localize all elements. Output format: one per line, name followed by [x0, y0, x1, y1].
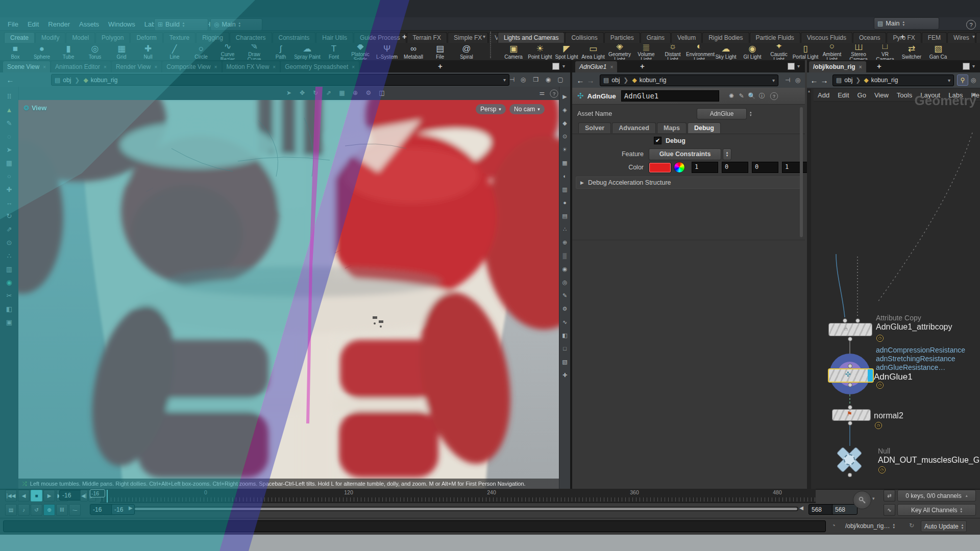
- radial-menu-selector[interactable]: ◎ Main ▴▾: [210, 18, 262, 31]
- pane-tab[interactable]: Scene View×: [3, 61, 50, 72]
- shelf-tab[interactable]: Grains: [641, 32, 671, 43]
- menu-item[interactable]: Windows: [104, 18, 140, 30]
- node-output-dot[interactable]: [848, 383, 852, 387]
- shelf-tool[interactable]: ʃPath: [267, 44, 294, 60]
- view-tool-icon[interactable]: ▲: [4, 105, 14, 115]
- shelf-tab[interactable]: Oceans: [853, 32, 886, 43]
- scale-tool-icon[interactable]: ⇗: [4, 224, 14, 234]
- node-output-dot[interactable]: [848, 421, 852, 425]
- lasso-select-icon[interactable]: ○: [4, 171, 14, 181]
- path-root[interactable]: obj: [844, 77, 852, 84]
- color-wheel-icon[interactable]: [674, 162, 685, 173]
- range-end-field[interactable]: 568: [808, 504, 834, 515]
- toolbar-handle-icon[interactable]: ⠿: [4, 91, 14, 102]
- translate-tool-icon[interactable]: ↔: [4, 197, 14, 208]
- cook-icon[interactable]: ✺: [726, 91, 737, 101]
- shelf-tool[interactable]: ◉GI Light: [739, 44, 766, 60]
- snap-toggle-icon[interactable]: ▥: [4, 264, 14, 274]
- culling-icon[interactable]: ◧: [560, 331, 570, 340]
- param-maximize-icon[interactable]: [788, 63, 795, 70]
- memory-monitor-icon[interactable]: ◔: [828, 520, 839, 531]
- close-icon[interactable]: ×: [610, 64, 613, 70]
- close-icon[interactable]: ×: [352, 64, 355, 70]
- add-shelf-tab-button[interactable]: +: [399, 32, 410, 41]
- audio-icon[interactable]: ♪: [18, 504, 30, 516]
- shelf-tab[interactable]: Lights and Cameras: [498, 32, 565, 43]
- shelf-tool[interactable]: ✎Draw Curve: [241, 44, 267, 60]
- refresh-icon[interactable]: ↻: [906, 520, 917, 531]
- shelf-tool[interactable]: ◫Stereo Camera: [845, 44, 872, 60]
- shelf-tool[interactable]: ▒Volume Light: [633, 44, 659, 60]
- network-menu-item[interactable]: Edit: [834, 90, 853, 101]
- shelf-right-menu-arrow[interactable]: ▾: [972, 34, 975, 39]
- measure-tool-icon[interactable]: ✂: [4, 290, 14, 300]
- follow-selection-icon[interactable]: ◎: [518, 74, 528, 85]
- path-dropdown-icon[interactable]: ▾: [772, 78, 775, 83]
- nav-forward-button[interactable]: →: [585, 75, 596, 85]
- nav-forward-button[interactable]: →: [819, 75, 829, 85]
- shelf-tool[interactable]: ◈Geometry Light: [606, 44, 633, 60]
- shelf-tab[interactable]: Hair Utils: [316, 32, 353, 43]
- nav-back-button[interactable]: ←: [809, 75, 819, 85]
- debug-checkbox[interactable]: ✔: [654, 137, 662, 144]
- param-path-field[interactable]: ▤ obj ❯ ◆ kobun_rig ▾: [600, 74, 778, 86]
- shelf-tool[interactable]: ◐Environment Light: [686, 44, 713, 60]
- close-icon[interactable]: ×: [859, 64, 862, 70]
- pin-network-button[interactable]: ⚲: [957, 74, 968, 86]
- menu-item[interactable]: Assets: [75, 18, 104, 30]
- param-folder-tab[interactable]: Debug: [688, 122, 721, 133]
- menu-item[interactable]: Edit: [23, 18, 43, 30]
- pane-tab[interactable]: Render View×: [112, 61, 161, 72]
- stop-button[interactable]: ■: [31, 490, 42, 502]
- brush-icon[interactable]: ✎: [737, 91, 747, 101]
- shelf-tab[interactable]: Crowds: [976, 32, 980, 43]
- shelf-tool[interactable]: ☁Sky Light: [713, 44, 739, 60]
- nav-back-button[interactable]: ←: [5, 74, 15, 85]
- keyframe-icon[interactable]: ◦–: [69, 504, 81, 516]
- shelf-tool[interactable]: ∞Metaball: [400, 44, 427, 60]
- shelf-tool[interactable]: ☼Distant Light: [659, 44, 686, 60]
- range-slider-bar[interactable]: [135, 508, 797, 510]
- render-region-icon[interactable]: ◆: [560, 118, 570, 128]
- pane-menu-arrow[interactable]: ▾: [562, 63, 565, 69]
- path-root[interactable]: obj: [63, 77, 71, 84]
- translate-handle-icon[interactable]: ✥: [297, 88, 307, 98]
- node-flag-blue[interactable]: [868, 369, 873, 382]
- shelf-tab[interactable]: Guide Process: [354, 32, 406, 43]
- box-select-icon[interactable]: ▦: [4, 158, 14, 168]
- magnifier-icon[interactable]: 🔍: [747, 91, 757, 101]
- network-menu-item[interactable]: View: [870, 90, 893, 101]
- node-name-label[interactable]: AdnGlue1: [874, 372, 913, 382]
- color-value-field[interactable]: 1: [692, 162, 718, 173]
- material-icon[interactable]: ●: [560, 198, 570, 207]
- gear-icon[interactable]: ⚙: [560, 304, 570, 313]
- node-output-dot[interactable]: [848, 337, 852, 341]
- shelf-tool[interactable]: ΨL-System: [374, 44, 400, 60]
- shelf-tool[interactable]: □VR Camera: [872, 44, 898, 60]
- accel-structure-collapser[interactable]: ▶ Debug Acceleration Structure: [576, 177, 802, 189]
- pin-pane-icon[interactable]: ⊣: [507, 74, 517, 85]
- shade-mode-icon[interactable]: ◐: [560, 171, 570, 181]
- lock-camera-icon[interactable]: ⊙: [560, 132, 570, 141]
- scale-handle-icon[interactable]: ⇗: [324, 88, 334, 98]
- shelf-tab[interactable]: Vellum: [671, 32, 702, 43]
- range-handle-right-icon[interactable]: ◀: [799, 505, 803, 511]
- context-path-dropdown[interactable]: /obj/kobun_rig… ▴▾: [842, 520, 898, 531]
- rotate-handle-icon[interactable]: ↻: [310, 88, 321, 98]
- menu-item[interactable]: File: [3, 18, 23, 30]
- wireframe-icon[interactable]: ▥: [560, 185, 570, 194]
- handles-tool-icon[interactable]: ∴: [4, 251, 14, 261]
- playhead-frame-box[interactable]: -16: [90, 489, 105, 497]
- menu-item[interactable]: Render: [43, 18, 75, 30]
- stepper-icon[interactable]: ▴▾: [750, 111, 752, 117]
- stepper-icon[interactable]: ▴▾: [902, 20, 904, 27]
- new-param-tab-button[interactable]: +: [637, 62, 648, 70]
- shelf-tool[interactable]: ▤File: [427, 44, 453, 60]
- frame-step-back-button[interactable]: ◀|: [80, 490, 88, 502]
- snapshot-icon[interactable]: □: [560, 344, 570, 353]
- stepper-icon[interactable]: ▴▾: [183, 21, 185, 28]
- shelf-tool[interactable]: ○Ambient Light: [819, 44, 845, 60]
- shelf-tab[interactable]: Wires: [947, 32, 975, 43]
- shelf-tool[interactable]: ⇄Switcher: [898, 44, 925, 60]
- flipbook-icon[interactable]: ◧: [4, 304, 14, 314]
